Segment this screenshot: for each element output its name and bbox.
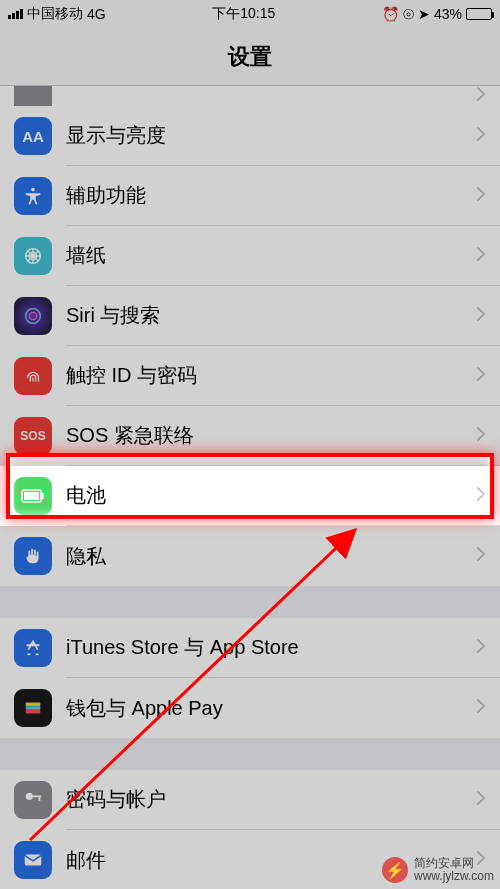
svg-rect-6 [24, 492, 39, 500]
settings-row-itunes[interactable]: iTunes Store 与 App Store [0, 618, 500, 678]
chevron-right-icon [476, 486, 486, 506]
siri-icon [14, 297, 52, 335]
watermark-url: www.jylzw.com [414, 870, 494, 883]
row-label: SOS 紧急联络 [66, 422, 476, 449]
svg-point-3 [26, 309, 41, 324]
settings-row-wallet[interactable]: 钱包与 Apple Pay [0, 678, 500, 738]
settings-row-cropped[interactable] [0, 86, 500, 106]
hand-icon [14, 537, 52, 575]
accessibility-icon [14, 177, 52, 215]
settings-row-accessibility[interactable]: 辅助功能 [0, 166, 500, 226]
row-label: 密码与帐户 [66, 786, 476, 813]
key-icon [14, 781, 52, 819]
chevron-right-icon [476, 546, 486, 566]
row-label: 钱包与 Apple Pay [66, 695, 476, 722]
chevron-right-icon [476, 366, 486, 386]
signal-icon [8, 9, 23, 19]
row-label: 隐私 [66, 543, 476, 570]
chevron-right-icon [476, 790, 486, 810]
svg-rect-8 [26, 703, 41, 707]
chevron-right-icon [476, 86, 486, 106]
battery-row-icon [14, 477, 52, 515]
appstore-icon [14, 629, 52, 667]
svg-rect-9 [26, 706, 41, 710]
page-title: 设置 [228, 42, 272, 72]
row-label: 辅助功能 [66, 182, 476, 209]
svg-rect-13 [39, 797, 41, 801]
chevron-right-icon [476, 638, 486, 658]
settings-row-battery[interactable]: 电池 [0, 466, 500, 526]
network-label: 4G [87, 6, 106, 22]
bolt-icon: ⚡ [382, 857, 408, 883]
settings-list[interactable]: AA 显示与亮度 辅助功能 墙纸 Siri 与搜索 [0, 86, 500, 889]
svg-rect-14 [25, 855, 42, 866]
statusbar-time: 下午10:15 [106, 5, 382, 23]
svg-rect-7 [42, 493, 44, 499]
chevron-right-icon [476, 186, 486, 206]
status-bar: 中国移动 4G 下午10:15 ⏰ ⦾ ➤ 43% [0, 0, 500, 28]
battery-percent: 43% [434, 6, 462, 22]
battery-icon [466, 8, 492, 20]
wallpaper-icon [14, 237, 52, 275]
generic-icon [14, 86, 52, 106]
sos-icon: SOS [14, 417, 52, 455]
svg-point-0 [31, 188, 35, 192]
row-label: iTunes Store 与 App Store [66, 634, 476, 661]
chevron-right-icon [476, 126, 486, 146]
mail-icon [14, 841, 52, 879]
svg-rect-10 [26, 710, 41, 714]
rotation-lock-icon: ⦾ [403, 6, 414, 23]
svg-point-4 [29, 312, 36, 319]
row-label: 触控 ID 与密码 [66, 362, 476, 389]
wallet-icon [14, 689, 52, 727]
navbar: 设置 [0, 28, 500, 86]
row-label: Siri 与搜索 [66, 302, 476, 329]
chevron-right-icon [476, 426, 486, 446]
row-label: 电池 [66, 482, 476, 509]
fingerprint-icon [14, 357, 52, 395]
row-label: 墙纸 [66, 242, 476, 269]
settings-row-touchid[interactable]: 触控 ID 与密码 [0, 346, 500, 406]
carrier-label: 中国移动 [27, 5, 83, 23]
settings-row-privacy[interactable]: 隐私 [0, 526, 500, 586]
chevron-right-icon [476, 246, 486, 266]
row-label: 显示与亮度 [66, 122, 476, 149]
chevron-right-icon [476, 698, 486, 718]
chevron-right-icon [476, 306, 486, 326]
watermark: ⚡ 简约安卓网 www.jylzw.com [382, 857, 494, 883]
alarm-icon: ⏰ [382, 6, 399, 22]
location-icon: ➤ [418, 6, 430, 22]
display-icon: AA [14, 117, 52, 155]
settings-row-wallpaper[interactable]: 墙纸 [0, 226, 500, 286]
svg-rect-12 [32, 795, 41, 797]
settings-row-siri[interactable]: Siri 与搜索 [0, 286, 500, 346]
settings-row-display[interactable]: AA 显示与亮度 [0, 106, 500, 166]
settings-row-passwords[interactable]: 密码与帐户 [0, 770, 500, 830]
svg-point-11 [26, 793, 33, 800]
settings-row-sos[interactable]: SOS SOS 紧急联络 [0, 406, 500, 466]
